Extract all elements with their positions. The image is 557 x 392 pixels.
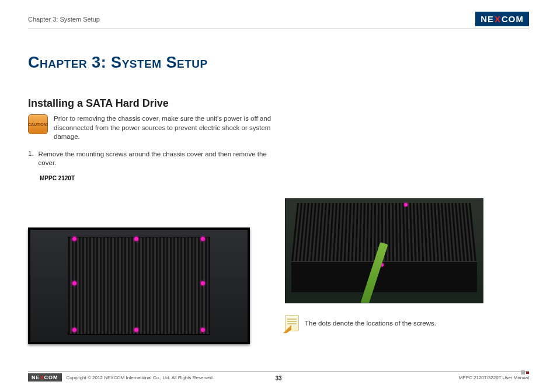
screw-marker-icon [72, 281, 76, 285]
caution-icon: CAUTION! [28, 114, 48, 134]
logo-part-pre: NE [481, 14, 494, 24]
note-icon [285, 315, 299, 331]
section-heading: Installing a SATA Hard Drive [28, 97, 529, 110]
page-header: Chapter 3: System Setup NEXCOM [28, 12, 529, 29]
copyright-text: Copyright © 2012 NEXCOM International Co… [67, 375, 214, 380]
page-number: 33 [275, 375, 281, 382]
footer-logo-post: COM [44, 374, 58, 380]
chapter-title: Chapter 3: System Setup [28, 54, 529, 72]
footer-logo-x: X [40, 374, 44, 380]
screw-marker-icon [404, 203, 408, 206]
figure-chassis-rear [28, 228, 250, 344]
caution-callout: CAUTION! Prior to removing the chassis c… [28, 114, 273, 142]
step-number: 1. [28, 150, 34, 168]
header-breadcrumb: Chapter 3: System Setup [28, 16, 100, 23]
footer-logo-pre: NE [32, 374, 40, 380]
step-item: 1. Remove the mounting screws around the… [28, 150, 285, 168]
step-text: Remove the mounting screws around the ch… [39, 150, 285, 168]
note-text: The dots denote the locations of the scr… [305, 320, 436, 327]
logo-part-post: COM [502, 14, 524, 24]
caution-text: Prior to removing the chassis cover, mak… [54, 114, 273, 142]
footer-logo: NEXCOM [28, 373, 62, 382]
note-callout: The dots denote the locations of the scr… [285, 315, 495, 331]
doc-reference: MPPC 2120T/3220T User Manual [459, 375, 529, 380]
brand-logo: NEXCOM [475, 12, 529, 26]
figure-right-column: The dots denote the locations of the scr… [285, 198, 495, 344]
figure-screwdriver-closeup [285, 198, 483, 303]
logo-part-x: X [495, 14, 501, 24]
model-label: MPPC 2120T [40, 175, 529, 181]
chassis-base [291, 261, 477, 292]
screw-marker-icon [72, 328, 76, 332]
heatsink-fins [68, 237, 210, 335]
screw-marker-icon [72, 237, 76, 241]
